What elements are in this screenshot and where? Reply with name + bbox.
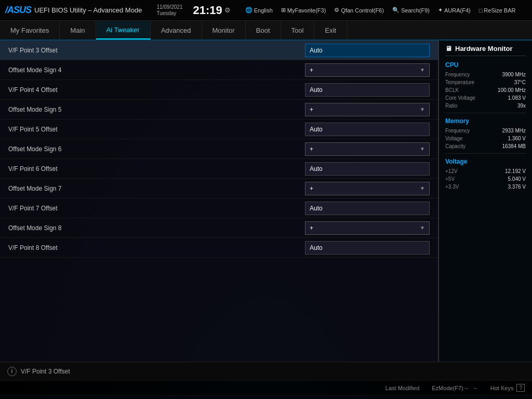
day-display: Tuesday [156,10,182,17]
last-modified-button[interactable]: Last Modified [385,385,419,391]
mem-frequency-row: Frequency 2933 MHz [445,128,526,134]
mem-volt-value: 1.360 V [508,136,526,141]
info-bar: i V/F Point 3 Offset [0,362,532,380]
volt-12v-value: 12.192 V [505,168,526,174]
toolbar-items: 🌐 English ⊞ MyFavorite(F3) ⚙ Qfan Contro… [245,7,516,14]
setting-value-vf6offset[interactable]: Auto [305,162,430,176]
cpu-bclk-row: BCLK 100.00 MHz [445,87,526,93]
tab-advanced[interactable]: Advanced [151,21,202,39]
setting-row-offset8sign[interactable]: Offset Mode Sign 8+▼ [0,218,438,238]
cpu-temp-value: 37°C [514,79,526,85]
date-display: 11/09/2021 [156,4,182,10]
info-icon: i [7,367,17,376]
cpu-voltage-row: Core Voltage 1.083 V [445,95,526,101]
setting-value-vf4offset[interactable]: Auto [305,83,430,97]
setting-dropdown-offset7sign[interactable]: +▼ [305,182,430,195]
tab-exit[interactable]: Exit [314,21,347,39]
datetime-area: 11/09/2021 Tuesday [156,4,182,17]
hw-monitor-title: 🖥 Hardware Monitor [445,45,526,56]
ez-mode-button[interactable]: EzMode(F7)→ → [432,385,478,391]
setting-row-vf4offset[interactable]: V/F Point 4 OffsetAuto [0,80,438,100]
volt-12v-label: +12V [445,168,458,174]
settings-gear-icon[interactable]: ⚙ [224,6,231,14]
setting-label-vf6offset: V/F Point 6 Offset [8,165,305,172]
cpu-corevolt-label: Core Voltage [445,95,475,101]
volt-5v-value: 5.040 V [508,176,526,182]
search-button[interactable]: 🔍 Search(F9) [392,7,430,14]
volt-12v-row: +12V 12.192 V [445,168,526,174]
version-bar: Version 2.21.1278 Copyright (C) 2021 AMI [0,395,532,399]
tab-favorites[interactable]: My Favorites [0,21,60,39]
mem-freq-value: 2933 MHz [502,128,526,134]
setting-row-offset5sign[interactable]: Offset Mode Sign 5+▼ [0,100,438,119]
volt-33v-label: +3.3V [445,184,459,190]
chevron-down-icon: ▼ [420,67,425,73]
my-favorite-button[interactable]: ⊞ MyFavorite(F3) [281,7,326,14]
tab-ai-tweaker[interactable]: Ai Tweaker [96,21,151,39]
tab-boot[interactable]: Boot [246,21,281,39]
tab-tool[interactable]: Tool [281,21,315,39]
globe-icon: 🌐 [245,7,252,14]
tab-main[interactable]: Main [60,21,96,39]
clock-area: 21:19 ⚙ [193,4,230,17]
cpu-freq-value: 3900 MHz [502,72,526,77]
bios-title: UEFI BIOS Utility – Advanced Mode [34,6,142,14]
top-bar: /ASUS UEFI BIOS Utility – Advanced Mode … [0,0,532,21]
aura-icon: ✦ [438,7,443,14]
language-button[interactable]: 🌐 English [245,7,273,14]
setting-value-vf8offset[interactable]: Auto [305,241,430,255]
setting-value-vf7offset[interactable]: Auto [305,202,430,215]
qfan-button[interactable]: ⚙ Qfan Control(F6) [334,7,384,14]
setting-row-vf6offset[interactable]: V/F Point 6 OffsetAuto [0,159,438,179]
chevron-down-icon: ▼ [420,225,425,231]
setting-label-vf3offset: V/F Point 3 Offset [8,47,305,54]
resize-bar-button[interactable]: □ ReSize BAR [479,7,516,14]
cpu-ratio-label: Ratio [445,103,457,109]
resize-icon: □ [479,7,483,14]
setting-label-offset6sign: Offset Mode Sign 6 [8,145,305,153]
setting-dropdown-offset5sign[interactable]: +▼ [305,103,430,116]
mem-cap-value: 16384 MB [502,143,526,149]
monitor-icon: 🖥 [445,45,452,52]
hw-monitor-panel: 🖥 Hardware Monitor CPU Frequency 3900 MH… [438,41,532,362]
cpu-ratio-row: Ratio 39x [445,103,526,109]
setting-value-vf5offset[interactable]: Auto [305,123,430,136]
mem-freq-label: Frequency [445,128,470,134]
search-icon: 🔍 [392,7,400,14]
cpu-temp-label: Temperature [445,79,474,85]
mem-volt-label: Voltage [445,136,462,141]
setting-row-offset7sign[interactable]: Offset Mode Sign 7+▼ [0,179,438,198]
asus-logo: /ASUS [5,5,31,16]
setting-row-vf8offset[interactable]: V/F Point 8 OffsetAuto [0,238,438,258]
arrow-right-icon: → [472,385,478,391]
hot-keys-button[interactable]: Hot Keys ? [490,384,525,392]
chevron-down-icon: ▼ [420,146,425,152]
setting-label-vf5offset: V/F Point 5 Offset [8,126,305,133]
setting-row-offset4sign[interactable]: Offset Mode Sign 4+▼ [0,60,438,80]
setting-label-vf8offset: V/F Point 8 Offset [8,244,305,251]
hot-keys-icon: ? [516,384,525,392]
tab-monitor[interactable]: Monitor [202,21,246,39]
cpu-ratio-value: 39x [517,103,526,109]
aura-button[interactable]: ✦ AURA(F4) [438,7,471,14]
cpu-frequency-row: Frequency 3900 MHz [445,72,526,77]
cpu-bclk-label: BCLK [445,87,459,93]
setting-row-vf7offset[interactable]: V/F Point 7 OffsetAuto [0,198,438,218]
voltage-section-title: Voltage [445,158,526,165]
chevron-down-icon: ▼ [420,107,425,112]
clock-display: 21:19 [193,4,222,17]
setting-dropdown-offset4sign[interactable]: +▼ [305,63,430,77]
setting-row-vf3offset[interactable]: V/F Point 3 OffsetAuto [0,41,438,60]
nav-bar: My Favorites Main Ai Tweaker Advanced Mo… [0,21,532,41]
volt-33v-value: 3.376 V [508,184,526,190]
cpu-bclk-value: 100.00 MHz [498,87,526,93]
setting-value-vf3offset[interactable]: Auto [305,44,430,57]
setting-label-offset7sign: Offset Mode Sign 7 [8,185,305,192]
mem-cap-label: Capacity [445,143,466,149]
setting-row-offset6sign[interactable]: Offset Mode Sign 6+▼ [0,139,438,159]
chevron-down-icon: ▼ [420,185,425,191]
setting-dropdown-offset8sign[interactable]: +▼ [305,221,430,235]
setting-dropdown-offset6sign[interactable]: +▼ [305,142,430,156]
setting-row-vf5offset[interactable]: V/F Point 5 OffsetAuto [0,119,438,139]
info-text: V/F Point 3 Offset [21,368,70,375]
